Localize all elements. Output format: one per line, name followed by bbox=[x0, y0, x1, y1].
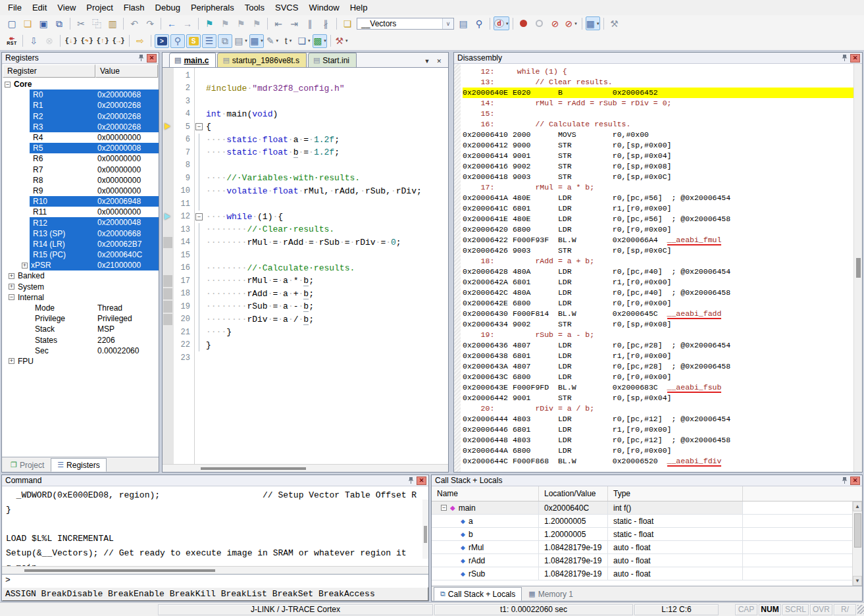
register-row-Stack[interactable]: StackMSP bbox=[2, 324, 159, 334]
register-row-R14LR[interactable]: R14 (LR)0x200062B7 bbox=[2, 239, 159, 249]
code-line-3[interactable]: 3 bbox=[163, 95, 448, 108]
collapse-icon[interactable]: − bbox=[441, 505, 447, 511]
code-line-21[interactable]: 21····} bbox=[163, 326, 448, 339]
scrollbar-thumb[interactable] bbox=[856, 258, 861, 278]
register-row-R9[interactable]: R90x00000000 bbox=[2, 186, 159, 196]
fold-column[interactable] bbox=[194, 274, 204, 288]
analysis-windows-button[interactable]: ❏▾ bbox=[297, 34, 311, 48]
menu-item-file[interactable]: File bbox=[3, 1, 27, 14]
fold-collapse-icon[interactable]: − bbox=[195, 213, 203, 220]
disasm-instruction-line[interactable]: 0x2000642C 480A LDR r0,[pc,#40] ; @0x200… bbox=[463, 288, 862, 298]
resize-grip[interactable] bbox=[857, 605, 864, 614]
disasm-instruction-line[interactable]: 0x2000644C F000F868 BL.W 0x20006520 __ae… bbox=[463, 456, 862, 467]
code-line-20[interactable]: 20········rDiv·=·a·/·b; bbox=[163, 313, 448, 326]
menu-item-view[interactable]: View bbox=[52, 1, 81, 14]
editor-margin[interactable] bbox=[163, 82, 174, 95]
disasm-instruction-line[interactable]: 0x20006434 9002 STR r0,[sp,#0x08] bbox=[463, 319, 862, 330]
system-viewer-button[interactable]: ▩▾ bbox=[313, 34, 327, 48]
disasm-instruction-line[interactable]: 0x20006444 4803 LDR r0,[pc,#12] ; @0x200… bbox=[463, 414, 862, 424]
disasm-source-line[interactable]: 20: rDiv = a / b; bbox=[463, 403, 862, 414]
disasm-instruction-line[interactable]: 0x2000643C 6800 LDR r0,[r0,#0x00] bbox=[463, 372, 862, 382]
dock-tab-registers[interactable]: ☰Registers bbox=[51, 458, 107, 472]
bookmark-clear-button[interactable]: ⚑ bbox=[249, 16, 264, 30]
register-row-FPU[interactable]: +FPU bbox=[2, 356, 159, 367]
menu-item-help[interactable]: Help bbox=[345, 1, 373, 14]
editor-margin[interactable] bbox=[163, 274, 174, 288]
register-row-R15PC[interactable]: R15 (PC)0x2000640C bbox=[2, 249, 159, 260]
command-horizontal-scrollbar[interactable] bbox=[2, 566, 428, 574]
fold-column[interactable] bbox=[194, 326, 204, 339]
document-list-icon[interactable]: ▼ bbox=[424, 58, 430, 64]
editor-margin[interactable] bbox=[163, 262, 174, 275]
editor-margin[interactable] bbox=[163, 134, 174, 147]
disasm-source-line[interactable]: 19: rSub = a - b; bbox=[463, 330, 862, 340]
code-line-10[interactable]: 10····volatile·float·rMul,·rAdd,·rSub,·r… bbox=[163, 185, 448, 198]
code-line-19[interactable]: 19········rSub·=·a·-·b; bbox=[163, 300, 448, 313]
menu-item-edit[interactable]: Edit bbox=[27, 1, 52, 14]
callstack-row-rSub[interactable]: ◆rSub1.08428179e-19auto - float bbox=[432, 567, 862, 580]
register-row-R7[interactable]: R70x00000000 bbox=[2, 165, 159, 175]
code-line-6[interactable]: 6····static·float·a·=·1.2f; bbox=[163, 134, 448, 147]
disasm-instruction-line[interactable]: 0x2000640E E020 B 0x20006452 bbox=[463, 88, 862, 98]
editor-margin[interactable] bbox=[163, 313, 174, 326]
fold-column[interactable] bbox=[194, 108, 204, 121]
fold-column[interactable] bbox=[194, 159, 204, 172]
pin-icon[interactable] bbox=[408, 476, 414, 484]
fold-column[interactable] bbox=[194, 339, 204, 352]
disasm-instruction-line[interactable]: 0x20006414 9001 STR r0,[sp,#0x04] bbox=[463, 151, 862, 161]
configure-tools-button[interactable]: ⚒ bbox=[607, 16, 622, 30]
pin-icon[interactable] bbox=[138, 54, 144, 62]
register-row-R6[interactable]: R60x00000000 bbox=[2, 153, 159, 164]
register-row-System[interactable]: +System bbox=[2, 282, 159, 292]
disasm-instruction-line[interactable]: 0x2000642A 6801 LDR r1,[r0,#0x00] bbox=[463, 277, 862, 288]
code-line-13[interactable]: 13········//·Clear·results. bbox=[163, 223, 448, 236]
code-line-2[interactable]: 2#include·"mdr32f8_config.h" bbox=[163, 82, 448, 95]
menu-item-svcs[interactable]: SVCS bbox=[270, 1, 303, 14]
copy-button[interactable]: ⿻ bbox=[89, 16, 104, 30]
breakpoint-disable-all-button[interactable]: ⊘ bbox=[548, 16, 563, 30]
editor-margin[interactable] bbox=[163, 197, 174, 211]
editor-margin[interactable] bbox=[163, 351, 174, 365]
fold-column[interactable] bbox=[194, 249, 204, 262]
close-icon[interactable]: ✕ bbox=[850, 476, 860, 485]
scrollbar-thumb[interactable] bbox=[24, 569, 215, 572]
window-layout-button[interactable]: ▦▾ bbox=[586, 16, 600, 30]
symbol-link[interactable]: __aeabi_fmul bbox=[667, 236, 722, 245]
breakpoint-toggle-button[interactable] bbox=[517, 16, 531, 30]
disasm-instruction-line[interactable]: 0x20006436 4807 LDR r0,[pc,#28] ; @0x200… bbox=[463, 340, 862, 351]
menu-item-flash[interactable]: Flash bbox=[118, 1, 150, 14]
code-line-18[interactable]: 18········rAdd·=·a·+·b; bbox=[163, 288, 448, 301]
undo-button[interactable]: ↶ bbox=[127, 16, 141, 30]
callstack-vertical-scrollbar[interactable]: ▲ ▼ bbox=[852, 501, 862, 586]
editor-tab-startup-1986ve8t-s[interactable]: ▤startup_1986ve8t.s bbox=[217, 53, 306, 67]
code-line-12[interactable]: 12−····while·(1)·{ bbox=[163, 211, 448, 224]
editor-margin[interactable] bbox=[163, 223, 174, 236]
editor-margin[interactable] bbox=[163, 95, 174, 108]
value-column-header[interactable]: Value bbox=[95, 64, 158, 78]
disasm-source-line[interactable]: 14: rMul = rAdd = rSub = rDiv = 0; bbox=[463, 98, 862, 109]
symbols-window-toggle[interactable]: S bbox=[186, 34, 201, 48]
disasm-instruction-line[interactable]: 0x2000641C 6801 LDR r1,[r0,#0x00] bbox=[463, 203, 862, 214]
redo-button[interactable]: ↷ bbox=[143, 16, 157, 30]
fold-column[interactable]: − bbox=[194, 211, 204, 224]
bookmark-prev-button[interactable]: ⚑ bbox=[218, 16, 232, 30]
code-line-4[interactable]: 4int·main(void) bbox=[163, 108, 448, 121]
step-out-button[interactable]: {↑} bbox=[95, 34, 110, 48]
breakpoint-kill-all-button[interactable]: ⊘▾ bbox=[564, 16, 578, 30]
disassembly-view[interactable]: 12: while (1) { 13: // Clear results.0x2… bbox=[454, 64, 862, 472]
run-button[interactable]: ⇨ bbox=[133, 34, 147, 48]
code-line-15[interactable]: 15 bbox=[163, 249, 448, 262]
command-window-toggle[interactable]: > bbox=[155, 34, 169, 48]
close-icon[interactable]: ✕ bbox=[850, 54, 860, 63]
reset-button[interactable]: ↞RST bbox=[5, 34, 19, 48]
bookmark-next-button[interactable]: ⚑ bbox=[234, 16, 248, 30]
run-to-cursor-button[interactable]: {→} bbox=[111, 34, 126, 48]
pin-icon[interactable] bbox=[842, 476, 848, 484]
fold-column[interactable] bbox=[194, 313, 204, 326]
menu-item-tools[interactable]: Tools bbox=[240, 1, 270, 14]
memory-windows-button[interactable]: ▦▾ bbox=[249, 34, 264, 48]
disasm-instruction-line[interactable]: 0x20006448 4803 LDR r0,[pc,#12] ; @0x200… bbox=[463, 435, 862, 446]
editor-margin[interactable] bbox=[163, 249, 174, 262]
stop-button[interactable]: ⊗ bbox=[42, 34, 57, 48]
editor-margin[interactable] bbox=[163, 146, 174, 159]
